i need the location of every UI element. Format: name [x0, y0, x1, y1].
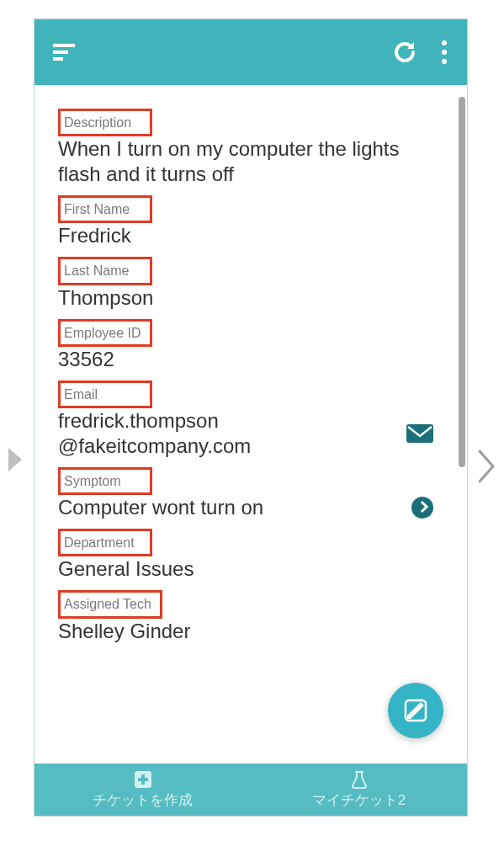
- label-email: Email: [58, 380, 152, 408]
- edit-fab[interactable]: [388, 683, 443, 738]
- value-last-name: Thompson: [58, 285, 433, 311]
- value-first-name: Fredrick: [58, 223, 433, 248]
- label-first-name: First Name: [58, 195, 152, 223]
- svg-point-4: [442, 50, 447, 55]
- value-email: fredrick.thompson @fakeitcompany.com: [58, 408, 396, 459]
- label-assigned-tech: Assigned Tech: [58, 590, 162, 618]
- svg-rect-0: [53, 44, 75, 47]
- field-symptom: Symptom Computer wont turn on: [58, 467, 433, 520]
- value-department: General Issues: [58, 556, 433, 582]
- chevron-right-circle-icon[interactable]: [411, 497, 433, 519]
- bottom-create-ticket[interactable]: チケットを作成: [34, 764, 251, 816]
- value-employee-id: 33562: [58, 347, 433, 372]
- svg-rect-11: [355, 771, 363, 773]
- ticket-detail: Description When I turn on my computer t…: [34, 85, 457, 764]
- bottom-my-tickets[interactable]: マイチケット2: [251, 764, 467, 816]
- field-employee-id: Employee ID 33562: [58, 319, 433, 372]
- bottom-mytickets-label: マイチケット2: [312, 790, 406, 810]
- svg-point-3: [442, 40, 447, 45]
- field-department: Department General Issues: [58, 529, 433, 582]
- svg-rect-2: [53, 57, 63, 61]
- more-vertical-icon[interactable]: [440, 40, 448, 65]
- bottom-create-label: チケットを作成: [93, 790, 193, 810]
- refresh-icon[interactable]: [391, 39, 418, 66]
- email-icon[interactable]: [406, 424, 433, 443]
- flask-icon: [351, 770, 368, 789]
- field-assigned-tech: Assigned Tech Shelley Ginder: [58, 590, 433, 643]
- value-description: When I turn on my computer the lights fl…: [58, 136, 433, 187]
- value-symptom: Computer wont turn on: [58, 495, 401, 520]
- field-email: Email fredrick.thompson @fakeitcompany.c…: [58, 380, 433, 459]
- label-employee-id: Employee ID: [58, 319, 152, 347]
- label-description: Description: [58, 109, 152, 136]
- edit-icon: [402, 697, 429, 724]
- field-description: Description When I turn on my computer t…: [58, 109, 433, 187]
- scrollbar[interactable]: [457, 85, 467, 764]
- field-last-name: Last Name Thompson: [58, 257, 433, 310]
- top-bar: [34, 19, 467, 85]
- svg-point-5: [442, 59, 447, 64]
- content-wrap: Description When I turn on my computer t…: [34, 85, 467, 764]
- label-symptom: Symptom: [58, 467, 152, 495]
- plus-square-icon: [134, 770, 152, 789]
- svg-rect-10: [138, 778, 148, 781]
- bottom-bar: チケットを作成 マイチケット2: [34, 764, 467, 816]
- value-assigned-tech: Shelley Ginder: [58, 619, 433, 644]
- label-last-name: Last Name: [58, 257, 152, 285]
- svg-rect-6: [406, 424, 433, 443]
- scroll-thumb[interactable]: [459, 97, 465, 467]
- field-first-name: First Name Fredrick: [58, 195, 433, 248]
- menu-sort-icon[interactable]: [53, 42, 78, 62]
- label-department: Department: [58, 529, 152, 556]
- svg-rect-1: [53, 51, 68, 54]
- app-frame: Description When I turn on my computer t…: [34, 19, 468, 817]
- prev-page-caret[interactable]: [8, 448, 22, 471]
